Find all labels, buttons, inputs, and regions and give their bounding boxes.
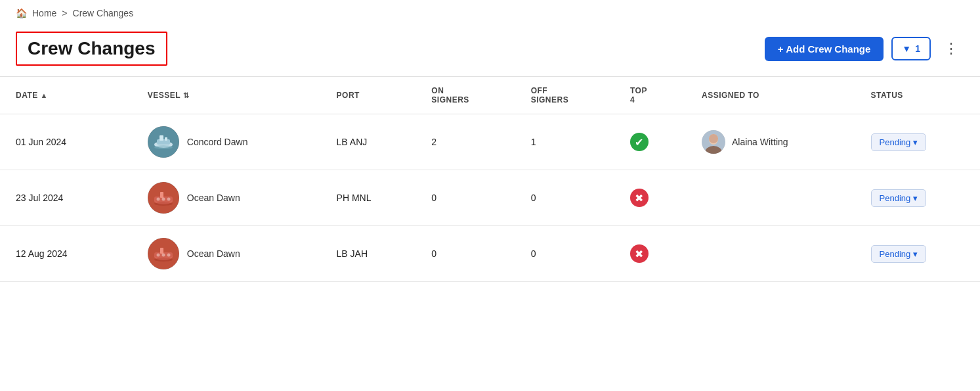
avatar [702,130,725,154]
page-title: Crew Changes [28,38,156,59]
assignee-name: Alaina Witting [732,137,788,147]
svg-point-16 [167,198,170,201]
svg-rect-21 [160,248,163,254]
cell-status[interactable]: Pending ▾ [855,226,980,282]
cell-assigned-to [686,170,855,226]
cell-on-signers: 0 [415,170,515,226]
filter-count: 1 [915,43,920,54]
cell-assigned-to [686,226,855,282]
cell-date: 01 Jun 2024 [0,114,132,170]
cell-off-signers: 1 [515,114,614,170]
top4-yes-icon: ✔ [630,133,649,151]
home-icon: 🏠 [16,8,27,18]
cell-status[interactable]: Pending ▾ [855,114,980,170]
svg-point-9 [709,134,718,143]
cell-date: 12 Aug 2024 [0,226,132,282]
top4-no-icon: ✖ [630,189,649,207]
cell-off-signers: 0 [515,226,614,282]
sort-arrow-vessel: ⇅ [183,91,190,99]
svg-rect-4 [165,137,167,141]
cell-port: LB JAH [321,226,416,282]
svg-point-5 [154,145,173,149]
col-header-assigned-to: ASSIGNED TO [686,77,855,114]
table-row: 23 Jul 2024 Ocean Dawn PH MNL 0 0 ✖ Pend… [0,170,980,226]
vessel-image [148,182,179,214]
chevron-down-icon: ▾ [913,193,918,203]
cell-status[interactable]: Pending ▾ [855,170,980,226]
col-header-status: STATUS [855,77,980,114]
svg-point-22 [156,254,160,257]
filter-icon: ▼ [902,43,911,54]
col-header-on-signers: ONSIGNERS [415,77,515,114]
cell-assigned-to: Alaina Witting [686,114,855,170]
breadcrumb-current: Crew Changes [73,8,134,18]
svg-rect-13 [160,192,163,198]
add-crew-change-button[interactable]: + Add Crew Change [765,37,884,61]
svg-point-14 [156,198,160,201]
svg-point-17 [154,202,173,206]
col-header-off-signers: OFFSIGNERS [515,77,614,114]
vessel-name: Concord Dawn [187,137,248,147]
cell-on-signers: 2 [415,114,515,170]
status-badge[interactable]: Pending ▾ [871,133,927,151]
assigned-cell: Alaina Witting [702,130,840,154]
header-actions: + Add Crew Change ▼ 1 ⋮ [765,37,964,61]
cell-vessel: Ocean Dawn [132,226,321,282]
crew-changes-table: DATE ▲ VESSEL ⇅ PORT ONSIGNERS OFFSIGNER… [0,77,980,282]
more-options-button[interactable]: ⋮ [939,37,964,60]
cell-top4: ✔ [614,114,686,170]
page-header: Crew Changes + Add Crew Change ▼ 1 ⋮ [0,26,980,76]
chevron-down-icon: ▾ [913,137,918,147]
col-header-date[interactable]: DATE ▲ [0,77,132,114]
cell-top4: ✖ [614,226,686,282]
cell-date: 23 Jul 2024 [0,170,132,226]
page-title-box: Crew Changes [16,32,167,66]
cell-off-signers: 0 [515,170,614,226]
table-row: 01 Jun 2024 Concord Dawn LB ANJ 2 1 ✔ Al… [0,114,980,170]
svg-rect-3 [160,135,163,141]
svg-rect-2 [157,139,170,145]
svg-point-25 [154,258,173,262]
status-badge[interactable]: Pending ▾ [871,245,927,263]
chevron-down-icon: ▾ [913,249,918,259]
svg-point-24 [167,254,170,257]
vessel-name: Ocean Dawn [187,248,240,259]
vessel-name: Ocean Dawn [187,193,240,203]
breadcrumb: 🏠 Home > Crew Changes [0,0,980,26]
table-header: DATE ▲ VESSEL ⇅ PORT ONSIGNERS OFFSIGNER… [0,77,980,114]
cell-top4: ✖ [614,170,686,226]
filter-button[interactable]: ▼ 1 [891,37,931,60]
breadcrumb-home[interactable]: Home [32,8,56,18]
vessel-image [148,238,179,269]
svg-point-23 [161,254,165,257]
vessel-image [148,126,179,158]
col-header-vessel[interactable]: VESSEL ⇅ [132,77,321,114]
table-row: 12 Aug 2024 Ocean Dawn LB JAH 0 0 ✖ Pend… [0,226,980,282]
sort-arrow-date: ▲ [41,91,48,99]
cell-vessel: Ocean Dawn [132,170,321,226]
status-badge[interactable]: Pending ▾ [871,189,927,207]
cell-vessel: Concord Dawn [132,114,321,170]
col-header-top4: TOP4 [614,77,686,114]
top4-no-icon: ✖ [630,244,649,263]
breadcrumb-separator: > [62,8,67,18]
svg-point-15 [161,198,165,201]
cell-port: LB ANJ [321,114,416,170]
cell-on-signers: 0 [415,226,515,282]
table-body: 01 Jun 2024 Concord Dawn LB ANJ 2 1 ✔ Al… [0,114,980,282]
cell-port: PH MNL [321,170,416,226]
col-header-port: PORT [321,77,416,114]
